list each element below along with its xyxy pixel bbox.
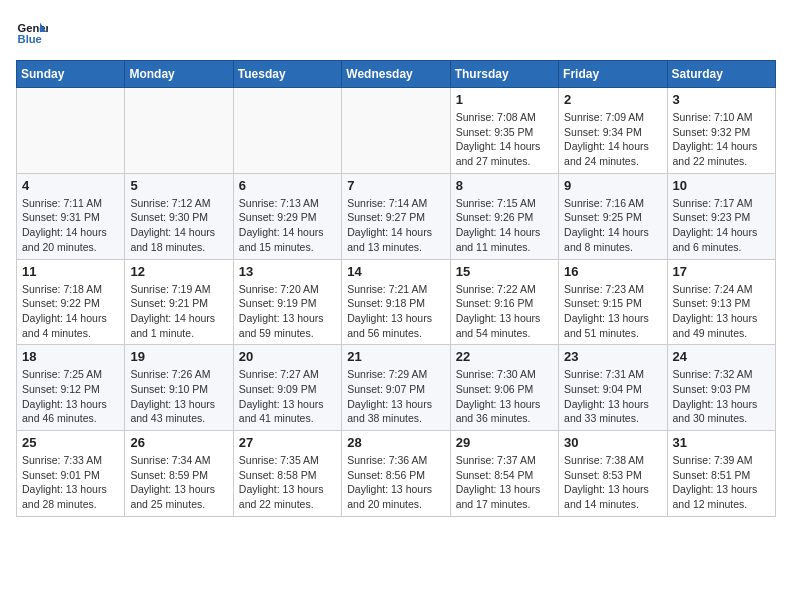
day-info: Sunrise: 7:34 AM Sunset: 8:59 PM Dayligh… xyxy=(130,453,227,512)
calendar-header-wednesday: Wednesday xyxy=(342,61,450,88)
svg-text:Blue: Blue xyxy=(18,33,42,45)
calendar-header-monday: Monday xyxy=(125,61,233,88)
day-info: Sunrise: 7:09 AM Sunset: 9:34 PM Dayligh… xyxy=(564,110,661,169)
day-number: 6 xyxy=(239,178,336,193)
day-info: Sunrise: 7:15 AM Sunset: 9:26 PM Dayligh… xyxy=(456,196,553,255)
day-info: Sunrise: 7:10 AM Sunset: 9:32 PM Dayligh… xyxy=(673,110,770,169)
day-number: 5 xyxy=(130,178,227,193)
day-number: 17 xyxy=(673,264,770,279)
calendar-day-cell: 25Sunrise: 7:33 AM Sunset: 9:01 PM Dayli… xyxy=(17,431,125,517)
day-number: 31 xyxy=(673,435,770,450)
calendar-day-cell: 21Sunrise: 7:29 AM Sunset: 9:07 PM Dayli… xyxy=(342,345,450,431)
calendar-day-cell: 11Sunrise: 7:18 AM Sunset: 9:22 PM Dayli… xyxy=(17,259,125,345)
day-number: 18 xyxy=(22,349,119,364)
calendar-day-cell: 18Sunrise: 7:25 AM Sunset: 9:12 PM Dayli… xyxy=(17,345,125,431)
calendar-header-row: SundayMondayTuesdayWednesdayThursdayFrid… xyxy=(17,61,776,88)
calendar-table: SundayMondayTuesdayWednesdayThursdayFrid… xyxy=(16,60,776,517)
day-number: 14 xyxy=(347,264,444,279)
day-number: 16 xyxy=(564,264,661,279)
day-info: Sunrise: 7:33 AM Sunset: 9:01 PM Dayligh… xyxy=(22,453,119,512)
day-info: Sunrise: 7:35 AM Sunset: 8:58 PM Dayligh… xyxy=(239,453,336,512)
day-number: 21 xyxy=(347,349,444,364)
day-info: Sunrise: 7:31 AM Sunset: 9:04 PM Dayligh… xyxy=(564,367,661,426)
calendar-empty-cell xyxy=(233,88,341,174)
day-info: Sunrise: 7:13 AM Sunset: 9:29 PM Dayligh… xyxy=(239,196,336,255)
day-info: Sunrise: 7:30 AM Sunset: 9:06 PM Dayligh… xyxy=(456,367,553,426)
day-number: 23 xyxy=(564,349,661,364)
calendar-header-thursday: Thursday xyxy=(450,61,558,88)
day-info: Sunrise: 7:21 AM Sunset: 9:18 PM Dayligh… xyxy=(347,282,444,341)
calendar-header-saturday: Saturday xyxy=(667,61,775,88)
day-number: 28 xyxy=(347,435,444,450)
day-info: Sunrise: 7:38 AM Sunset: 8:53 PM Dayligh… xyxy=(564,453,661,512)
day-info: Sunrise: 7:20 AM Sunset: 9:19 PM Dayligh… xyxy=(239,282,336,341)
day-number: 11 xyxy=(22,264,119,279)
day-number: 7 xyxy=(347,178,444,193)
calendar-day-cell: 23Sunrise: 7:31 AM Sunset: 9:04 PM Dayli… xyxy=(559,345,667,431)
calendar-day-cell: 28Sunrise: 7:36 AM Sunset: 8:56 PM Dayli… xyxy=(342,431,450,517)
calendar-week-row: 18Sunrise: 7:25 AM Sunset: 9:12 PM Dayli… xyxy=(17,345,776,431)
day-info: Sunrise: 7:39 AM Sunset: 8:51 PM Dayligh… xyxy=(673,453,770,512)
day-info: Sunrise: 7:16 AM Sunset: 9:25 PM Dayligh… xyxy=(564,196,661,255)
day-info: Sunrise: 7:32 AM Sunset: 9:03 PM Dayligh… xyxy=(673,367,770,426)
day-number: 25 xyxy=(22,435,119,450)
page-header: General Blue xyxy=(16,16,776,48)
calendar-week-row: 4Sunrise: 7:11 AM Sunset: 9:31 PM Daylig… xyxy=(17,173,776,259)
day-info: Sunrise: 7:25 AM Sunset: 9:12 PM Dayligh… xyxy=(22,367,119,426)
calendar-day-cell: 9Sunrise: 7:16 AM Sunset: 9:25 PM Daylig… xyxy=(559,173,667,259)
day-number: 29 xyxy=(456,435,553,450)
day-number: 22 xyxy=(456,349,553,364)
calendar-empty-cell xyxy=(125,88,233,174)
calendar-day-cell: 7Sunrise: 7:14 AM Sunset: 9:27 PM Daylig… xyxy=(342,173,450,259)
day-number: 13 xyxy=(239,264,336,279)
calendar-day-cell: 6Sunrise: 7:13 AM Sunset: 9:29 PM Daylig… xyxy=(233,173,341,259)
calendar-day-cell: 14Sunrise: 7:21 AM Sunset: 9:18 PM Dayli… xyxy=(342,259,450,345)
day-info: Sunrise: 7:22 AM Sunset: 9:16 PM Dayligh… xyxy=(456,282,553,341)
calendar-day-cell: 26Sunrise: 7:34 AM Sunset: 8:59 PM Dayli… xyxy=(125,431,233,517)
day-info: Sunrise: 7:24 AM Sunset: 9:13 PM Dayligh… xyxy=(673,282,770,341)
calendar-empty-cell xyxy=(342,88,450,174)
day-info: Sunrise: 7:29 AM Sunset: 9:07 PM Dayligh… xyxy=(347,367,444,426)
calendar-week-row: 11Sunrise: 7:18 AM Sunset: 9:22 PM Dayli… xyxy=(17,259,776,345)
day-number: 30 xyxy=(564,435,661,450)
day-info: Sunrise: 7:08 AM Sunset: 9:35 PM Dayligh… xyxy=(456,110,553,169)
day-number: 1 xyxy=(456,92,553,107)
calendar-day-cell: 27Sunrise: 7:35 AM Sunset: 8:58 PM Dayli… xyxy=(233,431,341,517)
day-number: 20 xyxy=(239,349,336,364)
day-info: Sunrise: 7:11 AM Sunset: 9:31 PM Dayligh… xyxy=(22,196,119,255)
day-number: 27 xyxy=(239,435,336,450)
day-number: 19 xyxy=(130,349,227,364)
calendar-day-cell: 2Sunrise: 7:09 AM Sunset: 9:34 PM Daylig… xyxy=(559,88,667,174)
day-number: 12 xyxy=(130,264,227,279)
day-number: 3 xyxy=(673,92,770,107)
logo: General Blue xyxy=(16,16,52,48)
calendar-day-cell: 4Sunrise: 7:11 AM Sunset: 9:31 PM Daylig… xyxy=(17,173,125,259)
day-number: 26 xyxy=(130,435,227,450)
calendar-day-cell: 13Sunrise: 7:20 AM Sunset: 9:19 PM Dayli… xyxy=(233,259,341,345)
calendar-day-cell: 10Sunrise: 7:17 AM Sunset: 9:23 PM Dayli… xyxy=(667,173,775,259)
calendar-day-cell: 31Sunrise: 7:39 AM Sunset: 8:51 PM Dayli… xyxy=(667,431,775,517)
calendar-day-cell: 16Sunrise: 7:23 AM Sunset: 9:15 PM Dayli… xyxy=(559,259,667,345)
calendar-day-cell: 5Sunrise: 7:12 AM Sunset: 9:30 PM Daylig… xyxy=(125,173,233,259)
calendar-day-cell: 20Sunrise: 7:27 AM Sunset: 9:09 PM Dayli… xyxy=(233,345,341,431)
calendar-day-cell: 19Sunrise: 7:26 AM Sunset: 9:10 PM Dayli… xyxy=(125,345,233,431)
day-info: Sunrise: 7:37 AM Sunset: 8:54 PM Dayligh… xyxy=(456,453,553,512)
calendar-header-friday: Friday xyxy=(559,61,667,88)
calendar-day-cell: 8Sunrise: 7:15 AM Sunset: 9:26 PM Daylig… xyxy=(450,173,558,259)
calendar-day-cell: 15Sunrise: 7:22 AM Sunset: 9:16 PM Dayli… xyxy=(450,259,558,345)
day-number: 24 xyxy=(673,349,770,364)
calendar-header-tuesday: Tuesday xyxy=(233,61,341,88)
calendar-day-cell: 30Sunrise: 7:38 AM Sunset: 8:53 PM Dayli… xyxy=(559,431,667,517)
calendar-body: 1Sunrise: 7:08 AM Sunset: 9:35 PM Daylig… xyxy=(17,88,776,517)
calendar-day-cell: 12Sunrise: 7:19 AM Sunset: 9:21 PM Dayli… xyxy=(125,259,233,345)
day-info: Sunrise: 7:23 AM Sunset: 9:15 PM Dayligh… xyxy=(564,282,661,341)
calendar-day-cell: 22Sunrise: 7:30 AM Sunset: 9:06 PM Dayli… xyxy=(450,345,558,431)
calendar-week-row: 25Sunrise: 7:33 AM Sunset: 9:01 PM Dayli… xyxy=(17,431,776,517)
calendar-empty-cell xyxy=(17,88,125,174)
day-info: Sunrise: 7:14 AM Sunset: 9:27 PM Dayligh… xyxy=(347,196,444,255)
calendar-day-cell: 29Sunrise: 7:37 AM Sunset: 8:54 PM Dayli… xyxy=(450,431,558,517)
day-number: 8 xyxy=(456,178,553,193)
calendar-day-cell: 1Sunrise: 7:08 AM Sunset: 9:35 PM Daylig… xyxy=(450,88,558,174)
day-info: Sunrise: 7:26 AM Sunset: 9:10 PM Dayligh… xyxy=(130,367,227,426)
day-number: 4 xyxy=(22,178,119,193)
